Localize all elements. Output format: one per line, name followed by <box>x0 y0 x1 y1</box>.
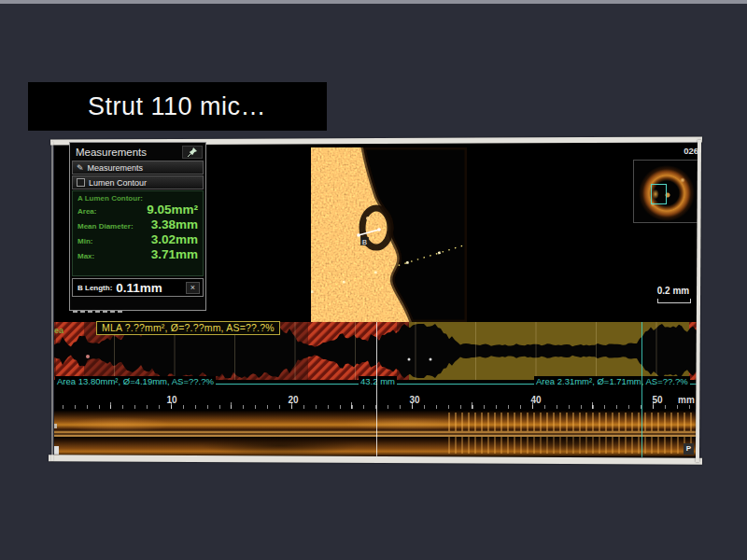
measurements-panel: Measurements ✎ Measurements Lumen Contou… <box>69 142 206 311</box>
measure-handle[interactable] <box>357 233 360 237</box>
metric-row-mean-diameter: Mean Diameter: 3.38mm <box>78 217 198 232</box>
b-point-label: B <box>362 238 367 246</box>
current-frame-indicator[interactable] <box>376 322 377 457</box>
scale-bar-label: 0.2 mm <box>652 286 695 296</box>
distance-annotation: 43.2 mm <box>359 376 397 387</box>
pin-button[interactable] <box>182 146 203 159</box>
tool-row-lumen-contour[interactable]: Lumen Contour <box>72 175 204 189</box>
proximal-area-annotation: Area 13.80mm², Ø=4.19mm, AS=??.?% <box>55 376 216 387</box>
oct-cross-section-image: B <box>311 147 467 322</box>
tool-row-measurements[interactable]: ✎ Measurements <box>72 161 204 175</box>
mla-frame-dot <box>86 355 90 358</box>
photo-border-right <box>696 140 701 462</box>
mla-bookmark-label[interactable]: MLA ?.??mm², Ø=?.??mm, AS=??.?% <box>96 321 280 335</box>
distal-area-annotation: Area 2.31mm², Ø=1.71mm, AS=??.?% <box>534 376 690 387</box>
pencil-icon: ✎ <box>77 163 84 173</box>
measure-handle[interactable] <box>377 228 381 231</box>
marker-dot <box>430 358 432 361</box>
panel-title-bar: Measurements <box>70 143 205 160</box>
slide-title: Strut 110 mic… <box>88 82 327 131</box>
metric-row-min: Min: 3.02mm <box>78 232 198 247</box>
tool-row-label: Lumen Contour <box>89 178 147 188</box>
overview-thumbnail <box>633 160 698 223</box>
marker-dot <box>408 358 411 361</box>
distal-marker-clipped <box>54 446 59 455</box>
window-edge <box>0 0 747 4</box>
checkbox-icon[interactable] <box>77 178 85 187</box>
results-heading: A Lumen Contour: <box>78 194 198 203</box>
strut-bright-spot <box>366 217 370 220</box>
clipped-axis-mark <box>54 424 57 428</box>
panel-title: Measurements <box>76 147 147 158</box>
tool-row-label: Measurements <box>88 163 144 173</box>
scale-bar-bracket <box>657 299 691 303</box>
photo-border-left <box>51 142 53 461</box>
zoom-roi-box[interactable] <box>651 184 667 204</box>
proximal-marker: P <box>684 443 694 455</box>
slide-title-bar: Strut 110 mic… <box>28 82 327 131</box>
close-icon[interactable]: × <box>186 282 200 294</box>
pin-icon <box>187 147 198 158</box>
clipped-area-label: Area <box>54 326 63 335</box>
lumen-contour-results: A Lumen Contour: Area: 9.05mm² Mean Diam… <box>72 190 204 276</box>
metric-row-area: Area: 9.05mm² <box>78 203 198 217</box>
b-length-measurement: B Length: 0.11mm × <box>72 278 204 297</box>
frame-number: 026 <box>667 146 698 156</box>
metric-row-max: Max: 3.71mm <box>78 247 198 262</box>
distal-marker-line[interactable] <box>641 322 642 457</box>
